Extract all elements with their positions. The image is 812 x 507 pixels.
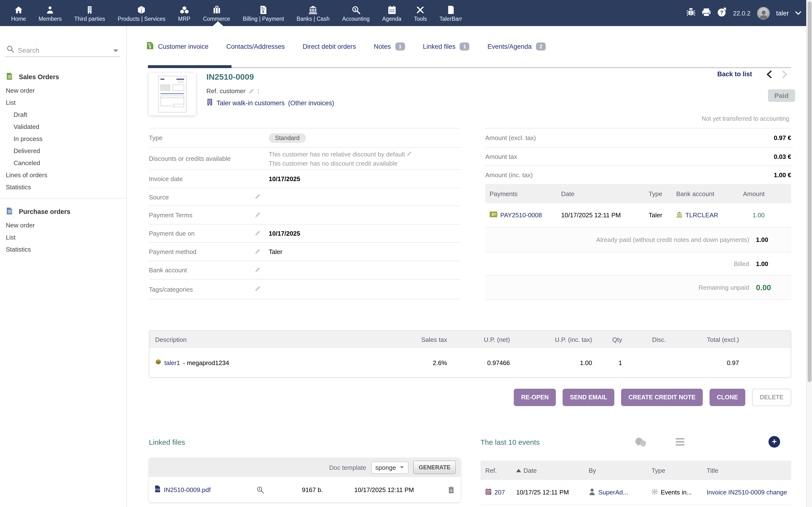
edit-tags-icon[interactable] — [255, 285, 261, 292]
scrollbar — [806, 0, 812, 507]
file-size: 9167 b. — [274, 486, 323, 493]
nav-products-services[interactable]: Products | Services — [111, 0, 172, 26]
line-total: 0.97 — [666, 359, 739, 366]
nav-third-parties[interactable]: Third parties — [68, 0, 111, 26]
linked-file-row: PDF IN2510-0009.pdf 9167 b. 10/17/2025 1… — [149, 477, 461, 502]
sidebar-item-po-statistics[interactable]: Statistics — [0, 243, 126, 256]
edit-payment-method-icon[interactable] — [255, 248, 261, 254]
sidebar-item-new-order[interactable]: New order — [0, 84, 126, 97]
sort-ascending-icon[interactable] — [516, 469, 521, 472]
previous-record-chevron-icon[interactable] — [766, 70, 772, 80]
action-buttons: RE-OPEN SEND EMAIL CREATE CREDIT NOTE CL… — [514, 389, 791, 406]
event-title-link[interactable]: Invoice IN2510-0009 change — [707, 489, 787, 496]
edit-ref-customer-icon[interactable] — [248, 88, 255, 94]
tab-customer-invoice[interactable]: $ Customer invoice — [146, 42, 209, 51]
clone-button[interactable]: CLONE — [710, 389, 745, 406]
notes-count-badge: 1 — [395, 43, 405, 50]
sidebar-item-po-list[interactable]: List — [0, 231, 126, 243]
back-to-list-link[interactable]: Back to list — [717, 70, 752, 78]
edit-bank-account-icon[interactable] — [255, 266, 261, 273]
payment-due-value: 10/17/2025 — [269, 230, 300, 237]
search-input[interactable] — [18, 46, 109, 54]
svg-text:$: $ — [492, 213, 494, 217]
event-user-link[interactable]: SuperAd... — [598, 489, 628, 496]
sidebar-item-list[interactable]: List — [0, 97, 126, 109]
calendar-icon — [388, 5, 396, 14]
sidebar-item-draft[interactable]: Draft — [0, 109, 126, 121]
reopen-button[interactable]: RE-OPEN — [514, 389, 556, 406]
nav-members[interactable]: Members — [32, 0, 68, 26]
events-header: Ref. Date By Type Title — [480, 461, 791, 480]
create-credit-note-button[interactable]: CREATE CREDIT NOTE — [621, 389, 703, 406]
nav-home[interactable]: Home — [5, 0, 32, 26]
tab-events-agenda[interactable]: Events/Agenda 2 — [488, 43, 546, 50]
tab-notes[interactable]: Notes 1 — [374, 43, 405, 50]
sidebar-item-statistics[interactable]: Statistics — [0, 181, 126, 193]
help-icon[interactable]: ? — [717, 7, 727, 19]
nav-banks-cash[interactable]: Banks | Cash — [290, 0, 336, 26]
bug-report-icon[interactable] — [686, 8, 695, 18]
sidebar-item-in-process[interactable]: In process — [0, 133, 126, 145]
event-type-gear-icon — [652, 489, 658, 496]
edit-payment-terms-icon[interactable] — [255, 211, 261, 218]
bank-account-link[interactable]: TLRCLEAR — [686, 212, 718, 219]
generate-button[interactable]: GENERATE — [413, 461, 456, 474]
line-sales-tax: 2.6% — [394, 359, 447, 366]
tab-direct-debit-orders[interactable]: Direct debit orders — [303, 43, 356, 50]
customer-link[interactable]: Taler walk-in customers — [216, 99, 285, 107]
print-icon[interactable] — [702, 8, 711, 18]
linked-files-table: Doc template sponge GENERATE PDF IN2510-… — [149, 458, 461, 502]
product-link[interactable]: taler1 — [164, 359, 180, 366]
preview-file-icon[interactable] — [246, 486, 274, 493]
nav-tools[interactable]: Tools — [408, 0, 433, 26]
invoice-reference: IN2510-0009 — [206, 72, 254, 82]
detail-row-bank-account: Bank account — [149, 261, 461, 279]
search-dropdown-caret-icon[interactable] — [113, 46, 118, 54]
sidebar-item-canceled[interactable]: Canceled — [0, 157, 126, 169]
last-events-title: The last 10 events — [480, 438, 540, 446]
linked-file-link[interactable]: IN2510-0009.pdf — [164, 486, 211, 493]
tools-icon — [416, 5, 425, 14]
payment-ref-link[interactable]: PAY2510-0008 — [500, 212, 542, 219]
user-avatar[interactable] — [757, 6, 770, 19]
company-building-icon — [206, 99, 213, 107]
sidebar-item-delivered[interactable]: Delivered — [0, 145, 126, 157]
cubes-icon — [180, 5, 189, 14]
scrollbar-thumb[interactable] — [808, 1, 812, 382]
nav-talerbarr[interactable]: TalerBarr — [433, 0, 468, 26]
other-invoices-link[interactable]: (Other invoices) — [288, 99, 334, 107]
delete-button[interactable]: DELETE — [752, 389, 791, 406]
detail-row-invoice-date: Invoice date 10/17/2025 — [149, 169, 461, 188]
user-menu-chevron-icon[interactable] — [795, 9, 801, 17]
invoice-pdf-thumbnail[interactable] — [149, 73, 196, 115]
tab-linked-files[interactable]: Linked files 1 — [423, 43, 469, 50]
sidebar-item-lines-of-orders[interactable]: Lines of orders — [0, 169, 126, 181]
already-paid-row: Already paid (without credit notes and d… — [485, 227, 791, 252]
tab-contacts-addresses[interactable]: Contacts/Addresses — [226, 43, 285, 50]
search-dollar-icon: $ — [351, 5, 361, 14]
nav-agenda[interactable]: Agenda — [376, 0, 408, 26]
top-navbar: Home Members Third parties Products | Se… — [0, 0, 812, 26]
nav-mrp[interactable]: MRP — [172, 0, 197, 26]
sidebar-item-po-new-order[interactable]: New order — [0, 219, 126, 231]
billed-row: Billed 1.00 — [485, 252, 791, 276]
event-ref-link[interactable]: 207 — [495, 489, 505, 496]
line-item-row: taler1 - megaprod1234 2.6% 0.97466 1.00 … — [149, 348, 791, 377]
edit-source-icon[interactable] — [255, 193, 261, 200]
delete-file-icon[interactable] — [441, 486, 461, 493]
line-description: - megaprod1234 — [183, 359, 229, 366]
discussion-icon[interactable] — [634, 437, 647, 451]
amount-tax-row: Amount tax 0.03 € — [485, 147, 791, 166]
sidebar-item-validated[interactable]: Validated — [0, 121, 126, 133]
sidebar-search[interactable] — [5, 44, 120, 57]
add-event-button[interactable]: + — [768, 436, 780, 448]
edit-discount-icon[interactable] — [407, 151, 412, 156]
linked-files-title: Linked files — [149, 438, 185, 446]
doc-template-select[interactable]: sponge — [371, 461, 408, 473]
next-record-chevron-icon[interactable] — [782, 70, 788, 80]
edit-payment-due-icon[interactable] — [255, 230, 261, 236]
nav-billing-payment[interactable]: $ Billing | Payment — [236, 0, 290, 26]
send-email-button[interactable]: SEND EMAIL — [563, 389, 614, 406]
nav-accounting[interactable]: $ Accounting — [336, 0, 376, 26]
list-view-icon[interactable] — [675, 437, 686, 449]
